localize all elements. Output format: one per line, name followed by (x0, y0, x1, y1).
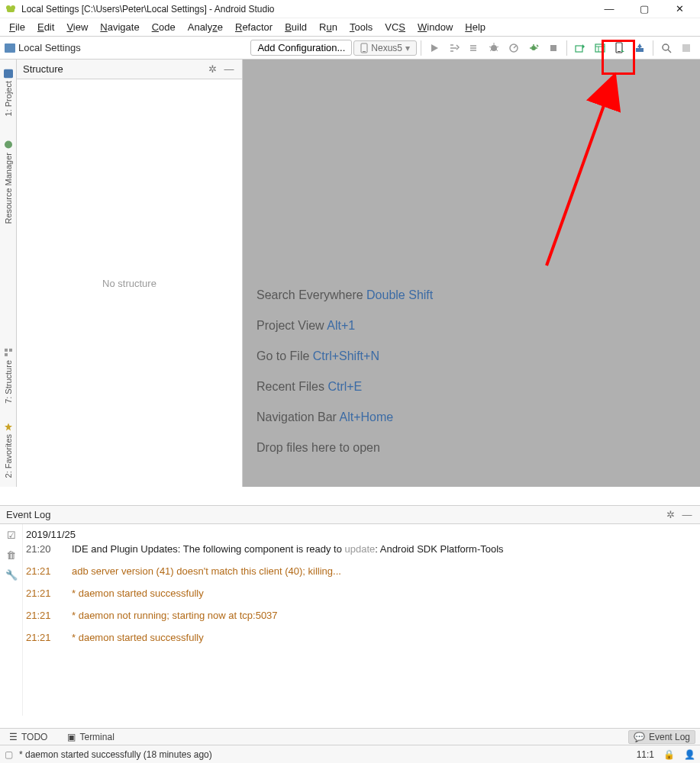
delete-icon[interactable]: 🗑 (5, 549, 18, 561)
search-everywhere-button[interactable] (657, 39, 676, 57)
menu-file[interactable]: File (3, 20, 31, 34)
menu-code[interactable]: Code (146, 20, 182, 34)
profile-button[interactable] (505, 39, 523, 57)
phone-icon (360, 43, 368, 53)
menu-build[interactable]: Build (279, 20, 313, 34)
star-icon (4, 422, 13, 431)
stop-button[interactable] (544, 39, 563, 57)
attach-debugger-button[interactable] (524, 39, 543, 57)
maximize-button[interactable]: ▢ (627, 0, 662, 18)
terminal-icon: ▣ (67, 732, 76, 742)
device-selector[interactable]: Nexus5 ▾ (353, 40, 417, 56)
mark-read-icon[interactable]: ☑ (5, 529, 18, 541)
svg-line-8 (489, 47, 491, 47)
menu-help[interactable]: Help (459, 20, 492, 34)
title-bar: Local Settings [C:\Users\Peter\Local Set… (0, 0, 700, 18)
tab-structure[interactable]: 7: Structure (2, 339, 15, 413)
svg-rect-23 (618, 51, 621, 52)
menu-bar: File Edit View Navigate Code Analyze Ref… (0, 18, 700, 37)
menu-view[interactable]: View (60, 20, 94, 34)
apply-code-changes-button[interactable] (465, 39, 483, 57)
svg-marker-18 (582, 44, 585, 49)
minimize-button[interactable]: ― (592, 0, 627, 18)
editor-area[interactable]: Search Everywhere Double Shift Project V… (243, 60, 700, 487)
sdk-manager-button[interactable] (631, 39, 649, 57)
hint-row: Go to File Ctrl+Shift+N (256, 349, 433, 363)
tab-project[interactable]: 1: Project (2, 60, 15, 125)
debug-button[interactable] (485, 39, 503, 57)
hector-icon[interactable]: 👤 (684, 749, 695, 760)
svg-rect-4 (363, 51, 366, 52)
log-line: 21:21 * daemon started successfully (26, 586, 697, 600)
sync-project-button[interactable] (571, 39, 589, 57)
hint-row: Search Everywhere Double Shift (256, 288, 433, 302)
svg-marker-24 (621, 50, 624, 52)
menu-window[interactable]: Window (411, 20, 459, 34)
event-log-panel: Event Log ✲ — ☑ 🗑 🔧 2019/11/25 21:20 IDE… (0, 505, 700, 716)
menu-navigate[interactable]: Navigate (94, 20, 145, 34)
window-title: Local Settings [C:\Users\Peter\Local Set… (21, 4, 275, 14)
log-line: 21:21 * daemon started successfully (26, 630, 697, 645)
breadcrumb-label: Local Settings (18, 42, 81, 53)
add-configuration-button[interactable]: Add Configuration... (250, 40, 352, 56)
svg-point-28 (663, 44, 669, 50)
lock-icon[interactable]: 🔒 (663, 749, 675, 760)
nav-toolbar-row: Local Settings Add Configuration... Nexu… (0, 37, 700, 60)
app-icon (5, 3, 17, 15)
structure-empty-text: No structure (17, 79, 242, 487)
menu-refactor[interactable]: Refactor (229, 20, 279, 34)
log-line: 21:21 adb server version (41) doesn't ma… (26, 564, 697, 578)
speech-icon: 💬 (634, 732, 645, 742)
main-area: 1: Project Resource Manager 7: Structure… (0, 60, 700, 487)
close-button[interactable]: ✕ (662, 0, 697, 18)
menu-analyze[interactable]: Analyze (182, 20, 229, 34)
ide-settings-button[interactable] (677, 39, 695, 57)
tab-terminal[interactable]: ▣Terminal (63, 731, 118, 743)
svg-line-29 (668, 50, 671, 53)
svg-rect-30 (682, 44, 690, 52)
event-log-content[interactable]: 2019/11/25 21:20 IDE and Plugin Updates:… (23, 524, 700, 648)
event-log-title: Event Log (6, 509, 51, 520)
avd-manager-button[interactable] (611, 39, 629, 57)
hide-panel-button[interactable]: — (680, 508, 694, 522)
folder-icon (5, 43, 15, 53)
hint-row: Project View Alt+1 (256, 319, 433, 333)
status-window-icon[interactable]: ▢ (5, 749, 13, 760)
hint-row: Recent Files Ctrl+E (256, 380, 433, 394)
svg-rect-34 (9, 349, 12, 352)
svg-rect-16 (550, 45, 556, 51)
tab-favorites[interactable]: 2: Favorites (2, 413, 15, 487)
left-tool-gutter: 1: Project Resource Manager 7: Structure… (0, 60, 17, 487)
settings-icon[interactable]: 🔧 (5, 568, 18, 581)
apply-changes-button[interactable] (445, 39, 463, 57)
svg-marker-36 (5, 423, 12, 430)
toolbar: Add Configuration... Nexus5 ▾ (250, 39, 695, 57)
event-log-gutter: ☑ 🗑 🔧 (0, 524, 23, 716)
structure-panel: Structure ✲ — No structure (17, 60, 243, 487)
gear-icon[interactable]: ✲ (205, 63, 219, 76)
svg-line-10 (490, 50, 492, 51)
project-structure-button[interactable] (591, 39, 609, 57)
menu-vcs[interactable]: VCS (379, 20, 411, 34)
tab-resource-manager[interactable]: Resource Manager (2, 131, 15, 233)
gear-icon[interactable]: ✲ (663, 508, 677, 522)
editor-hints: Search Everywhere Double Shift Project V… (256, 288, 433, 455)
menu-tools[interactable]: Tools (344, 20, 379, 34)
svg-line-13 (514, 46, 516, 48)
svg-marker-5 (431, 44, 438, 52)
tab-todo[interactable]: ☰TODO (5, 731, 52, 743)
menu-run[interactable]: Run (313, 20, 344, 34)
svg-rect-35 (5, 353, 8, 356)
caret-position: 11:1 (637, 749, 654, 760)
svg-marker-15 (537, 44, 539, 47)
menu-edit[interactable]: Edit (31, 20, 60, 34)
tab-event-log[interactable]: 💬Event Log (628, 730, 695, 744)
log-date: 2019/11/25 (26, 527, 697, 542)
svg-point-32 (5, 141, 12, 149)
run-button[interactable] (425, 39, 444, 57)
structure-title: Structure (23, 63, 63, 75)
hide-panel-button[interactable]: — (222, 63, 236, 76)
svg-rect-2 (7, 8, 15, 12)
svg-rect-19 (595, 44, 605, 52)
breadcrumb[interactable]: Local Settings (5, 42, 81, 53)
